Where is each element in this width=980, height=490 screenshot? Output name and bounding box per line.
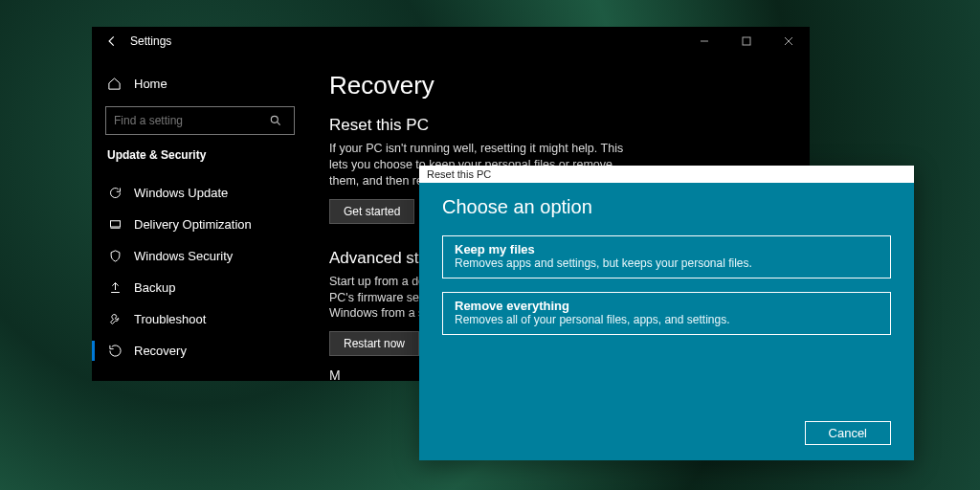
page-title: Recovery (329, 71, 789, 100)
dialog-titlebar: Reset this PC (419, 166, 914, 183)
sidebar-item-recovery[interactable]: Recovery (92, 335, 295, 367)
sidebar-item-label: Troubleshoot (134, 312, 206, 326)
sidebar-item-label: Backup (134, 280, 175, 295)
search-box[interactable] (105, 106, 295, 135)
option-title: Remove everything (455, 299, 879, 313)
home-icon (107, 77, 122, 91)
wrench-icon (107, 312, 122, 326)
home-label: Home (134, 77, 167, 91)
sidebar-item-backup[interactable]: Backup (92, 272, 295, 303)
window-controls (683, 27, 810, 56)
sidebar-item-delivery-optimization[interactable]: Delivery Optimization (92, 209, 295, 240)
titlebar: Settings (92, 27, 810, 56)
svg-rect-1 (743, 37, 750, 45)
sidebar-item-windows-security[interactable]: Windows Security (92, 240, 295, 272)
search-icon (269, 114, 294, 127)
maximize-icon[interactable] (725, 27, 768, 56)
option-keep-my-files[interactable]: Keep my files Removes apps and settings,… (442, 235, 891, 278)
delivery-icon (107, 217, 122, 232)
reset-heading: Reset this PC (329, 116, 789, 135)
sidebar-item-label: Windows Security (134, 249, 233, 263)
nav-list: Windows Update Delivery Optimization Win… (92, 177, 295, 367)
sidebar-item-troubleshoot[interactable]: Troubleshoot (92, 303, 295, 335)
home-link[interactable]: Home (105, 73, 295, 95)
sidebar: Home Update & Security Windows Update De… (92, 56, 308, 381)
back-icon[interactable] (105, 34, 119, 48)
backup-icon (107, 280, 122, 295)
section-label: Update & Security (107, 148, 295, 162)
svg-line-5 (277, 122, 279, 124)
svg-rect-6 (110, 221, 120, 227)
get-started-button[interactable]: Get started (329, 199, 414, 224)
sidebar-item-windows-update[interactable]: Windows Update (92, 177, 295, 209)
svg-point-4 (271, 116, 278, 122)
sidebar-item-label: Recovery (134, 344, 187, 358)
shield-icon (107, 249, 122, 263)
minimize-icon[interactable] (683, 27, 725, 56)
cancel-button[interactable]: Cancel (805, 421, 891, 445)
sync-icon (107, 186, 122, 200)
close-icon[interactable] (768, 27, 810, 56)
dialog-heading: Choose an option (442, 196, 891, 218)
recovery-icon (107, 344, 122, 358)
option-desc: Removes apps and settings, but keeps you… (455, 256, 879, 270)
sidebar-item-label: Delivery Optimization (134, 217, 252, 232)
option-title: Keep my files (455, 242, 879, 256)
sidebar-item-label: Windows Update (134, 186, 228, 200)
search-input[interactable] (106, 114, 269, 127)
option-desc: Removes all of your personal files, apps… (455, 313, 879, 326)
window-title: Settings (130, 34, 171, 48)
restart-now-button[interactable]: Restart now (329, 331, 419, 356)
option-remove-everything[interactable]: Remove everything Removes all of your pe… (442, 292, 891, 335)
reset-dialog: Reset this PC Choose an option Keep my f… (419, 166, 914, 460)
